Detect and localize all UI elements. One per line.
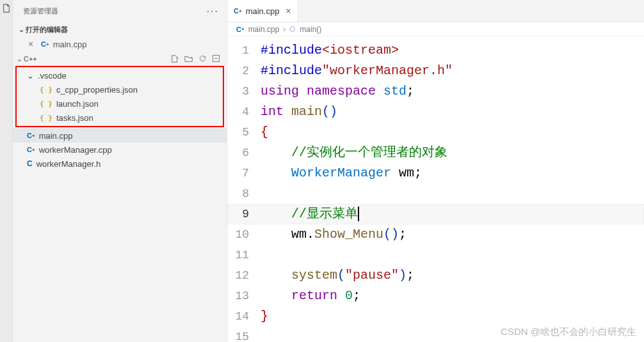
cpp-icon: C+ — [27, 146, 35, 153]
json-icon: { } — [40, 100, 52, 108]
code-line[interactable]: 1#include<iostream> — [227, 40, 644, 61]
line-number: 1 — [227, 40, 261, 61]
open-editors-header[interactable]: ⌄ 打开的编辑器 — [13, 22, 227, 36]
line-number: 2 — [227, 61, 261, 81]
line-content: int main() — [261, 102, 337, 122]
cpp-icon: C+ — [236, 26, 245, 33]
open-editor-item[interactable]: × C+ main.cpp — [13, 36, 227, 52]
line-number: 8 — [227, 183, 261, 204]
cpp-icon: C+ — [27, 132, 35, 139]
code-line[interactable]: 2#include"workerManager.h" — [227, 61, 644, 81]
code-line[interactable]: 8 — [227, 183, 644, 204]
line-content: system("pause"); — [261, 265, 414, 286]
editor-area: C+ main.cpp × C+ main.cpp › ⬡ main() 1#i… — [227, 0, 644, 342]
project-name: C++ — [24, 55, 37, 63]
line-number: 10 — [227, 224, 261, 245]
explorer-sidebar: 资源管理器 ··· ⌄ 打开的编辑器 × C+ main.cpp ⌄ C++ — [13, 0, 227, 342]
tree-file[interactable]: { } c_cpp_properties.json — [17, 82, 223, 97]
new-file-icon[interactable] — [170, 54, 179, 63]
line-content: #include"workerManager.h" — [261, 61, 453, 81]
collapse-icon[interactable] — [212, 54, 220, 63]
code-line[interactable]: 3using namespace std; — [227, 81, 644, 102]
activity-bar — [0, 0, 13, 342]
project-header[interactable]: ⌄ C++ — [13, 52, 227, 66]
close-icon[interactable]: × — [286, 6, 291, 16]
code-line[interactable]: 6 //实例化一个管理者的对象 — [227, 143, 644, 163]
line-content: WorkerManager wm; — [261, 163, 422, 183]
line-number: 3 — [227, 81, 261, 102]
line-number: 4 — [227, 102, 261, 122]
folder-vscode[interactable]: ⌄ .vscode — [17, 68, 223, 82]
line-number: 6 — [227, 143, 261, 163]
code-line[interactable]: 4int main() — [227, 102, 644, 122]
new-folder-icon[interactable] — [184, 54, 193, 63]
line-content: using namespace std; — [261, 81, 414, 102]
line-content: { — [261, 122, 268, 143]
code-editor[interactable]: 1#include<iostream>2#include"workerManag… — [227, 36, 644, 342]
line-content: } — [261, 306, 268, 327]
code-line[interactable]: 9 //显示菜单 — [227, 204, 644, 224]
code-line[interactable]: 12 system("pause"); — [227, 265, 644, 286]
file-main-cpp[interactable]: C+ main.cpp — [13, 128, 227, 143]
line-number: 15 — [227, 327, 261, 342]
explorer-title: 资源管理器 — [23, 6, 58, 16]
line-content: //显示菜单 — [261, 204, 359, 224]
chevron-down-icon: ⌄ — [17, 55, 22, 63]
line-number: 13 — [227, 286, 261, 306]
line-number: 5 — [227, 122, 261, 143]
code-line[interactable]: 5{ — [227, 122, 644, 143]
chevron-right-icon: › — [283, 25, 286, 34]
chevron-down-icon: ⌄ — [27, 71, 34, 81]
breadcrumb-symbol: main() — [300, 25, 321, 34]
tab-main-cpp[interactable]: C+ main.cpp × — [227, 0, 298, 22]
line-number: 7 — [227, 163, 261, 183]
chevron-down-icon: ⌄ — [17, 26, 26, 34]
files-icon[interactable] — [2, 4, 11, 13]
breadcrumb-file: main.cpp — [248, 25, 280, 34]
explorer-header: 资源管理器 ··· — [13, 0, 227, 22]
editor-tabs: C+ main.cpp × — [227, 0, 644, 22]
json-icon: { } — [40, 86, 52, 94]
more-icon[interactable]: ··· — [207, 6, 219, 17]
tree-file[interactable]: { } launch.json — [17, 97, 223, 111]
line-content: return 0; — [261, 286, 360, 306]
file-workermanager-cpp[interactable]: C+ workerManager.cpp — [13, 143, 227, 157]
refresh-icon[interactable] — [198, 54, 207, 63]
close-icon[interactable]: × — [28, 39, 37, 49]
line-content: #include<iostream> — [261, 40, 399, 61]
tree-file[interactable]: { } tasks.json — [17, 111, 223, 125]
breadcrumb[interactable]: C+ main.cpp › ⬡ main() — [227, 22, 644, 36]
highlighted-tree-region: ⌄ .vscode { } c_cpp_properties.json { } … — [15, 66, 224, 127]
open-editor-label: main.cpp — [53, 40, 87, 49]
line-content: //实例化一个管理者的对象 — [261, 143, 447, 163]
json-icon: { } — [40, 114, 52, 122]
folder-label: .vscode — [38, 71, 67, 81]
watermark: CSDN @啥也不会的小白研究生 — [501, 326, 636, 338]
tab-label: main.cpp — [246, 6, 280, 16]
cpp-icon: C+ — [41, 40, 49, 48]
code-line[interactable]: 10 wm.Show_Menu(); — [227, 224, 644, 245]
code-line[interactable]: 13 return 0; — [227, 286, 644, 306]
code-line[interactable]: 14} — [227, 306, 644, 327]
line-number: 12 — [227, 265, 261, 286]
code-line[interactable]: 7 WorkerManager wm; — [227, 163, 644, 183]
cpp-icon: C+ — [234, 7, 242, 15]
line-number: 9 — [227, 204, 261, 224]
line-content: wm.Show_Menu(); — [261, 224, 407, 245]
line-number: 14 — [227, 306, 261, 327]
line-number: 11 — [227, 245, 261, 265]
code-line[interactable]: 11 — [227, 245, 644, 265]
function-icon: ⬡ — [289, 25, 296, 33]
file-workermanager-h[interactable]: C workerManager.h — [13, 157, 227, 171]
c-icon: C — [27, 159, 33, 168]
